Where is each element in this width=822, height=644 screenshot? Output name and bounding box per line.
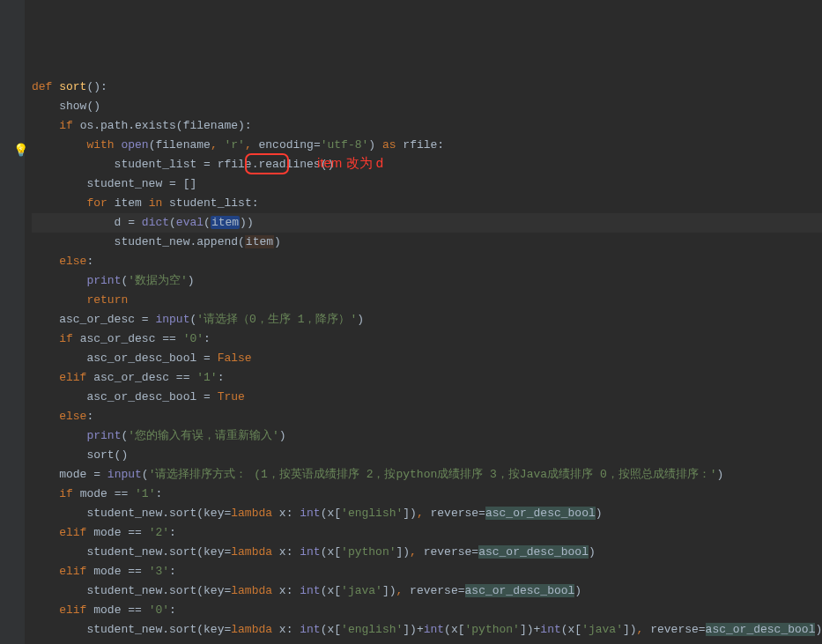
- code-token: input: [107, 468, 142, 481]
- code-token: True: [218, 390, 245, 403]
- code-line[interactable]: asc_or_desc_bool = True: [32, 388, 822, 407]
- code-token: int: [540, 623, 560, 636]
- code-token: elif: [59, 371, 93, 384]
- code-token: print: [86, 429, 121, 442]
- code-line[interactable]: elif mode == '0':: [32, 601, 822, 620]
- code-token: if: [59, 332, 79, 345]
- code-token: 'r': [224, 138, 244, 152]
- code-token: '2': [149, 526, 169, 539]
- code-line[interactable]: for item in student_list:: [32, 194, 822, 213]
- code-token: asc_or_desc_bool: [706, 623, 816, 636]
- code-token: if: [59, 119, 79, 132]
- code-token: '请选择排序方式： (1，按英语成绩排序 2，按python成绩排序 3，按Ja…: [149, 468, 717, 481]
- code-line[interactable]: print('数据为空'): [32, 271, 822, 291]
- code-line[interactable]: with open(filename, 'r', encoding='utf-8…: [32, 136, 822, 155]
- code-token: print: [86, 274, 121, 287]
- code-token: open: [121, 138, 148, 152]
- code-token: return: [86, 293, 128, 307]
- code-token: elif: [59, 603, 93, 617]
- code-token: 'utf-8': [321, 138, 369, 152]
- code-token: eval: [176, 216, 204, 229]
- code-token: lambda: [231, 545, 279, 559]
- code-line[interactable]: asc_or_desc = input('请选择（0，生序 1，降序）'): [32, 310, 822, 329]
- code-token: int: [300, 584, 320, 597]
- code-token: lambda: [231, 584, 279, 597]
- lightbulb-icon[interactable]: 💡: [13, 141, 24, 152]
- code-token: int: [300, 545, 320, 559]
- code-line[interactable]: student_new.sort(key=lambda x: int(x['py…: [32, 543, 822, 562]
- code-token: as: [382, 138, 403, 152]
- code-token: '3': [149, 565, 169, 578]
- code-token: lambda: [231, 623, 279, 636]
- code-token: '1': [196, 371, 217, 384]
- code-line[interactable]: elif mode == '2':: [32, 523, 822, 543]
- code-line[interactable]: return: [32, 291, 822, 310]
- code-line[interactable]: else:: [32, 640, 822, 644]
- code-token: '请选择（0，生序 1，降序）': [196, 313, 357, 326]
- code-token: ,: [637, 623, 651, 636]
- code-line[interactable]: def sort():: [32, 78, 822, 97]
- code-line[interactable]: asc_or_desc_bool = False: [32, 349, 822, 368]
- code-token: dict: [142, 216, 169, 229]
- code-line[interactable]: elif asc_or_desc == '1':: [32, 368, 822, 388]
- code-line[interactable]: if asc_or_desc == '0':: [32, 329, 822, 349]
- editor-gutter: 💡: [0, 0, 25, 644]
- code-token: asc_or_desc_bool: [465, 584, 575, 597]
- code-token: elif: [59, 526, 93, 539]
- code-line[interactable]: if mode == '1':: [32, 485, 822, 504]
- code-token: ,: [417, 507, 431, 520]
- code-line[interactable]: student_new = []: [32, 174, 822, 194]
- code-token: item: [245, 235, 274, 248]
- code-token: with: [86, 138, 121, 152]
- code-token: 'english': [341, 623, 403, 636]
- code-token: '0': [183, 332, 204, 345]
- code-token: False: [218, 352, 252, 365]
- code-line[interactable]: mode = input('请选择排序方式： (1，按英语成绩排序 2，按pyt…: [32, 465, 822, 485]
- code-token: 'java': [341, 584, 382, 597]
- code-line[interactable]: sort(): [32, 446, 822, 465]
- code-token: ,: [410, 545, 424, 559]
- code-line[interactable]: if os.path.exists(filename):: [32, 116, 822, 136]
- code-token: if: [59, 487, 79, 500]
- code-token: ,: [396, 584, 411, 597]
- code-line[interactable]: student_new.sort(key=lambda x: int(x['ja…: [32, 581, 822, 601]
- code-token: ,: [245, 138, 259, 152]
- code-line[interactable]: student_list = rfile.readlines(): [32, 155, 822, 174]
- code-token: '1': [135, 487, 155, 500]
- code-token: ,: [211, 138, 225, 152]
- code-token: def: [32, 80, 59, 93]
- code-area[interactable]: item 改为 d def sort(): show() if os.path.…: [25, 0, 822, 644]
- code-line[interactable]: student_new.sort(key=lambda x: int(x['en…: [32, 620, 822, 640]
- code-token: '数据为空': [128, 274, 188, 287]
- code-token: int: [300, 623, 320, 636]
- code-token: asc_or_desc_bool: [485, 507, 596, 520]
- code-line[interactable]: elif mode == '3':: [32, 562, 822, 581]
- code-line[interactable]: student_new.append(item): [32, 233, 822, 252]
- code-line[interactable]: else:: [32, 252, 822, 271]
- code-token: else: [59, 410, 86, 423]
- code-token: asc_or_desc_bool: [478, 545, 589, 559]
- code-token: sort: [59, 80, 86, 93]
- code-token: int: [424, 623, 444, 636]
- code-editor[interactable]: 💡 item 改为 d def sort(): show() if os.pat…: [0, 0, 822, 644]
- code-token: 'python': [341, 545, 396, 559]
- code-token: int: [300, 507, 320, 520]
- code-token: in: [149, 196, 169, 210]
- code-line[interactable]: d = dict(eval(item)): [32, 213, 822, 233]
- code-token: input: [155, 313, 189, 326]
- code-line[interactable]: else:: [32, 407, 822, 426]
- code-token: 'java': [581, 623, 623, 636]
- code-token: lambda: [231, 507, 279, 520]
- code-token: '0': [149, 603, 169, 617]
- code-token: 'english': [341, 507, 403, 520]
- code-line[interactable]: print('您的输入有误，请重新输入'): [32, 426, 822, 446]
- code-token: 'python': [465, 623, 520, 636]
- code-line[interactable]: show(): [32, 97, 822, 116]
- code-line[interactable]: student_new.sort(key=lambda x: int(x['en…: [32, 504, 822, 523]
- code-token: elif: [59, 565, 93, 578]
- code-token: for: [86, 196, 114, 210]
- code-token: '您的输入有误，请重新输入': [128, 429, 279, 442]
- code-token: item: [211, 216, 240, 229]
- code-token: else: [59, 255, 86, 268]
